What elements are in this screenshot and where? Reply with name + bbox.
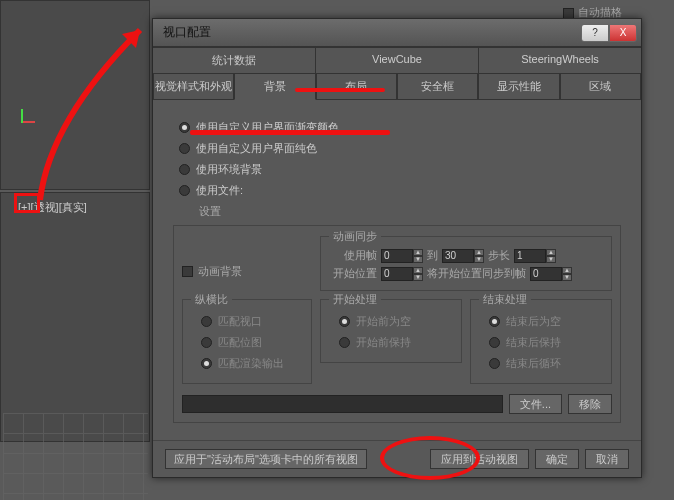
- tab-layout[interactable]: 布局: [316, 74, 397, 100]
- titlebar[interactable]: 视口配置 ? X: [153, 19, 641, 47]
- sync-start-label: 将开始位置同步到帧: [427, 266, 526, 281]
- cancel-button[interactable]: 取消: [585, 449, 629, 469]
- use-frame-spinner[interactable]: ▲▼: [381, 249, 423, 263]
- radio-file-label: 使用文件:: [196, 183, 243, 198]
- use-frame-label: 使用帧: [329, 248, 377, 263]
- radio-match-render[interactable]: 匹配渲染输出: [201, 356, 303, 371]
- settings-label: 设置: [199, 204, 625, 219]
- to-label: 到: [427, 248, 438, 263]
- tab-background[interactable]: 背景: [234, 74, 315, 100]
- radio-solid[interactable]: 使用自定义用户界面纯色: [179, 141, 625, 156]
- start-proc-title: 开始处理: [329, 292, 381, 307]
- ok-button[interactable]: 确定: [535, 449, 579, 469]
- radio-blank-before[interactable]: 开始前为空: [339, 314, 453, 329]
- dialog-title: 视口配置: [163, 24, 581, 41]
- tabs-row-2: 视觉样式和外观 背景 布局 安全框 显示性能 区域: [153, 74, 641, 100]
- tab-safeframe[interactable]: 安全框: [397, 74, 478, 100]
- step-label: 步长: [488, 248, 510, 263]
- step-spinner[interactable]: ▲▼: [514, 249, 556, 263]
- radio-icon: [179, 164, 190, 175]
- radio-match-viewport[interactable]: 匹配视口: [201, 314, 303, 329]
- radio-env[interactable]: 使用环境背景: [179, 162, 625, 177]
- tab-region[interactable]: 区域: [560, 74, 641, 100]
- end-proc-title: 结束处理: [479, 292, 531, 307]
- anim-sync-title: 动画同步: [329, 229, 381, 244]
- anim-sync-group: 动画同步 使用帧 ▲▼ 到 ▲▼ 步长 ▲▼ 开始位置 ▲▼ 将开始位: [320, 236, 612, 291]
- tabs-row-1: 统计数据 ViewCube SteeringWheels: [153, 47, 641, 74]
- start-pos-label: 开始位置: [329, 266, 377, 281]
- anim-bg-label: 动画背景: [198, 264, 242, 279]
- help-button[interactable]: ?: [581, 24, 609, 42]
- sync-start-spinner[interactable]: ▲▼: [530, 267, 572, 281]
- radio-solid-label: 使用自定义用户界面纯色: [196, 141, 317, 156]
- radio-gradient[interactable]: 使用自定义用户界面渐变颜色: [179, 120, 625, 135]
- radio-gradient-label: 使用自定义用户界面渐变颜色: [196, 120, 339, 135]
- remove-button[interactable]: 移除: [568, 394, 612, 414]
- dialog-footer: 应用于"活动布局"选项卡中的所有视图 应用到活动视图 确定 取消: [153, 440, 641, 477]
- tab-visual-style[interactable]: 视觉样式和外观: [153, 74, 234, 100]
- viewport-label[interactable]: [+][透视][真实]: [18, 200, 87, 215]
- radio-file[interactable]: 使用文件:: [179, 183, 625, 198]
- viewport-config-dialog: 视口配置 ? X 统计数据 ViewCube SteeringWheels 视觉…: [152, 18, 642, 478]
- start-pos-spinner[interactable]: ▲▼: [381, 267, 423, 281]
- auto-grid-label: 自动描格: [578, 6, 622, 18]
- radio-icon: [179, 143, 190, 154]
- start-proc-group: 开始处理 开始前为空 开始前保持: [320, 299, 462, 363]
- file-path-input[interactable]: [182, 395, 503, 413]
- aspect-group: 纵横比 匹配视口 匹配位图 匹配渲染输出: [182, 299, 312, 384]
- radio-env-label: 使用环境背景: [196, 162, 262, 177]
- radio-blank-after[interactable]: 结束后为空: [489, 314, 603, 329]
- tab-display-perf[interactable]: 显示性能: [478, 74, 559, 100]
- anim-bg-checkbox[interactable]: 动画背景: [182, 264, 312, 279]
- radio-icon: [179, 185, 190, 196]
- tab-steeringwheels[interactable]: SteeringWheels: [479, 47, 641, 73]
- tab-stats[interactable]: 统计数据: [153, 47, 316, 73]
- radio-icon: [179, 122, 190, 133]
- radio-hold-after[interactable]: 结束后保持: [489, 335, 603, 350]
- apply-active-button[interactable]: 应用到活动视图: [430, 449, 529, 469]
- to-spinner[interactable]: ▲▼: [442, 249, 484, 263]
- apply-all-button[interactable]: 应用于"活动布局"选项卡中的所有视图: [165, 449, 367, 469]
- radio-hold-before[interactable]: 开始前保持: [339, 335, 453, 350]
- close-button[interactable]: X: [609, 24, 637, 42]
- radio-match-bitmap[interactable]: 匹配位图: [201, 335, 303, 350]
- tab-viewcube[interactable]: ViewCube: [316, 47, 479, 73]
- end-proc-group: 结束处理 结束后为空 结束后保持 结束后循环: [470, 299, 612, 384]
- radio-loop-after[interactable]: 结束后循环: [489, 356, 603, 371]
- aspect-title: 纵横比: [191, 292, 232, 307]
- settings-box: 动画背景 动画同步 使用帧 ▲▼ 到 ▲▼ 步长 ▲▼: [173, 225, 621, 423]
- file-browse-button[interactable]: 文件...: [509, 394, 562, 414]
